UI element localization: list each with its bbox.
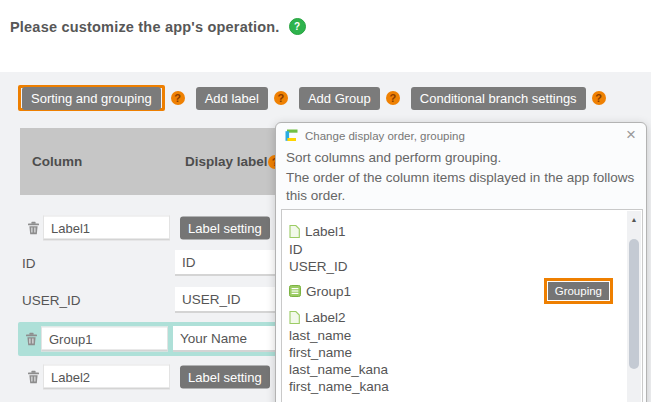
column-name-input[interactable] bbox=[41, 327, 168, 352]
scrollbar-thumb[interactable] bbox=[629, 239, 639, 369]
app-window: Please customize the app's operation. ? … bbox=[0, 0, 651, 402]
list-item-label: USER_ID bbox=[289, 259, 348, 274]
close-icon[interactable]: × bbox=[626, 126, 636, 143]
list-item-label: last_name bbox=[289, 328, 351, 343]
trash-icon[interactable] bbox=[25, 332, 38, 346]
list-item[interactable]: ID bbox=[289, 241, 625, 258]
list-item-label: first_name_kana bbox=[289, 379, 389, 394]
help-icon[interactable]: ? bbox=[289, 18, 306, 35]
dialog-change-display-order: Change display order, grouping × Sort co… bbox=[275, 122, 647, 402]
app-logo-icon bbox=[285, 129, 299, 143]
list-item[interactable]: last_name_kana bbox=[289, 361, 625, 378]
trash-icon[interactable] bbox=[27, 221, 40, 235]
label-setting-button[interactable]: Label setting bbox=[180, 366, 270, 389]
list-item-label: first_name bbox=[289, 345, 352, 360]
column-name-input[interactable] bbox=[43, 216, 170, 241]
label-icon bbox=[289, 225, 300, 238]
label-setting-button[interactable]: Label setting bbox=[180, 217, 270, 240]
column-order-list: Label1IDUSER_IDGroup1GroupingLabel2last_… bbox=[281, 209, 643, 402]
display-label-cell: USER_ID bbox=[175, 287, 290, 313]
list-item[interactable]: Label1 bbox=[289, 221, 625, 241]
dialog-title: Change display order, grouping bbox=[305, 130, 465, 142]
column-order-items: Label1IDUSER_IDGroup1GroupingLabel2last_… bbox=[289, 221, 625, 395]
column-name-input[interactable] bbox=[43, 365, 170, 390]
column-name-text: USER_ID bbox=[22, 293, 81, 308]
list-item-label: Label2 bbox=[305, 310, 346, 325]
trash-icon[interactable] bbox=[27, 370, 40, 384]
list-item[interactable]: Label2 bbox=[289, 307, 625, 327]
list-item-label: Group1 bbox=[306, 284, 351, 299]
dialog-description-1: Sort columns and perform grouping. bbox=[286, 150, 501, 165]
list-item-label: Label1 bbox=[305, 224, 346, 239]
list-item-label: ID bbox=[289, 242, 303, 257]
display-label-cell: ID bbox=[175, 250, 290, 276]
table-row: Your Name bbox=[18, 322, 280, 356]
list-item-label: last_name_kana bbox=[289, 362, 388, 377]
column-name-text: ID bbox=[22, 256, 36, 271]
label-icon bbox=[289, 311, 300, 324]
highlight-outline: Grouping bbox=[544, 278, 613, 304]
grouping-button[interactable]: Grouping bbox=[548, 282, 609, 300]
list-item[interactable]: first_name bbox=[289, 344, 625, 361]
page-header: Please customize the app's operation. ? bbox=[10, 18, 306, 35]
list-item[interactable]: first_name_kana bbox=[289, 378, 625, 395]
list-item[interactable]: Group1Grouping bbox=[289, 275, 625, 307]
list-item[interactable]: USER_ID bbox=[289, 258, 625, 275]
dialog-description-2: The order of the column items displayed … bbox=[286, 169, 638, 205]
page-title: Please customize the app's operation. bbox=[10, 19, 280, 35]
scrollbar[interactable]: ▲ bbox=[627, 211, 641, 402]
group-icon bbox=[289, 285, 301, 297]
display-label-cell: Your Name bbox=[173, 326, 288, 352]
scroll-up-icon[interactable]: ▲ bbox=[627, 211, 641, 228]
list-item[interactable]: last_name bbox=[289, 327, 625, 344]
